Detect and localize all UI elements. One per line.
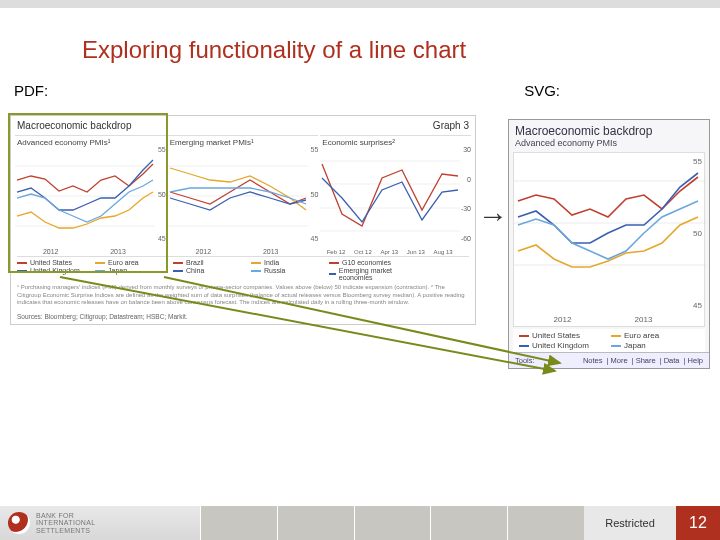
xticks: 20122013 xyxy=(170,248,305,255)
yticks: 555045 xyxy=(311,146,319,242)
pdf-legend: United StatesUnited KingdomEuro areaJapa… xyxy=(17,256,469,281)
legend-item: Euro area xyxy=(95,259,165,266)
bis-org-name: BANK FORINTERNATIONALSETTLEMENTS xyxy=(36,512,95,534)
svg-toolbar: Tools: Notes| More| Share| Data| Help xyxy=(509,352,709,368)
pdf-panel-advanced: Advanced economy PMIs¹ 555045 20122013 xyxy=(15,135,166,255)
tool-link[interactable]: | Help xyxy=(684,356,703,365)
svg-title: Macroeconomic backdrop xyxy=(509,120,709,138)
svg-legend: United StatesEuro areaUnited KingdomJapa… xyxy=(513,329,705,352)
legend-item: United Kingdom xyxy=(17,267,87,274)
column-labels: PDF: SVG: xyxy=(0,82,720,99)
svg-chart-area[interactable]: 555045 20122013 xyxy=(513,152,705,327)
pdf-panel-emerging: Emerging market PMIs¹ 555045 20122013 xyxy=(168,135,319,255)
pdf-title: Macroeconomic backdrop xyxy=(17,120,132,131)
slide-title: Exploring functionality of a line chart xyxy=(82,36,720,64)
label-svg: SVG: xyxy=(524,82,560,99)
pdf-panels: Advanced economy PMIs¹ 555045 20122013 E… xyxy=(11,135,475,255)
pdf-footnote: ¹ Purchasing managers' indices (PMI) der… xyxy=(17,284,469,306)
tool-link[interactable]: | Share xyxy=(632,356,656,365)
svg-subtitle: Advanced economy PMIs xyxy=(509,138,709,150)
legend-item: India xyxy=(251,259,321,266)
legend-item: United States xyxy=(519,331,607,340)
yticks: 555045 xyxy=(693,157,702,310)
pdf-graph-number: Graph 3 xyxy=(433,120,469,131)
tool-link[interactable]: | More xyxy=(606,356,627,365)
content-area: Macroeconomic backdrop Graph 3 Advanced … xyxy=(0,99,720,419)
footer-image-strip xyxy=(200,506,584,540)
pdf-source: Sources: Bloomberg; Citigroup; Datastrea… xyxy=(17,313,188,320)
page-number: 12 xyxy=(676,506,720,540)
restricted-label: Restricted xyxy=(584,506,676,540)
pdf-panel-surprises: Economic surprises² 300-30-60 Feb 12Oct … xyxy=(320,135,471,255)
tool-link[interactable]: | Data xyxy=(660,356,680,365)
xticks: 20122013 xyxy=(522,315,684,324)
pdf-header: Macroeconomic backdrop Graph 3 xyxy=(11,116,475,135)
footer-branding: BANK FORINTERNATIONALSETTLEMENTS xyxy=(0,506,200,540)
yticks: 555045 xyxy=(158,146,166,242)
slide-footer: BANK FORINTERNATIONALSETTLEMENTS Restric… xyxy=(0,506,720,540)
legend-item: United Kingdom xyxy=(519,341,607,350)
xticks: 20122013 xyxy=(17,248,152,255)
tools-links: Notes| More| Share| Data| Help xyxy=(579,356,703,365)
yticks: 300-30-60 xyxy=(461,146,471,242)
legend-item: Japan xyxy=(611,341,699,350)
bis-logo-icon xyxy=(8,512,30,534)
pdf-figure: Macroeconomic backdrop Graph 3 Advanced … xyxy=(10,115,476,325)
legend-item: Emerging market economies xyxy=(329,267,399,281)
tools-label: Tools: xyxy=(515,356,535,365)
legend-item: Russia xyxy=(251,267,321,274)
line-chart-icon xyxy=(15,146,155,246)
svg-widget[interactable]: Macroeconomic backdrop Advanced economy … xyxy=(508,119,710,369)
legend-item: Japan xyxy=(95,267,165,274)
legend-item: G10 economies xyxy=(329,259,399,266)
legend-item: United States xyxy=(17,259,87,266)
line-chart-icon xyxy=(168,146,308,246)
legend-item: Euro area xyxy=(611,331,699,340)
tool-link[interactable]: Notes xyxy=(583,356,603,365)
line-chart-icon xyxy=(320,146,460,246)
slide-topbar xyxy=(0,0,720,8)
label-pdf: PDF: xyxy=(14,82,48,99)
legend-item: Brazil xyxy=(173,259,243,266)
arrow-icon: → xyxy=(478,199,508,233)
xticks: Feb 12Oct 12Apr 13Jun 13Aug 13 xyxy=(322,249,457,255)
legend-item: China xyxy=(173,267,243,274)
line-chart-icon xyxy=(514,153,706,293)
